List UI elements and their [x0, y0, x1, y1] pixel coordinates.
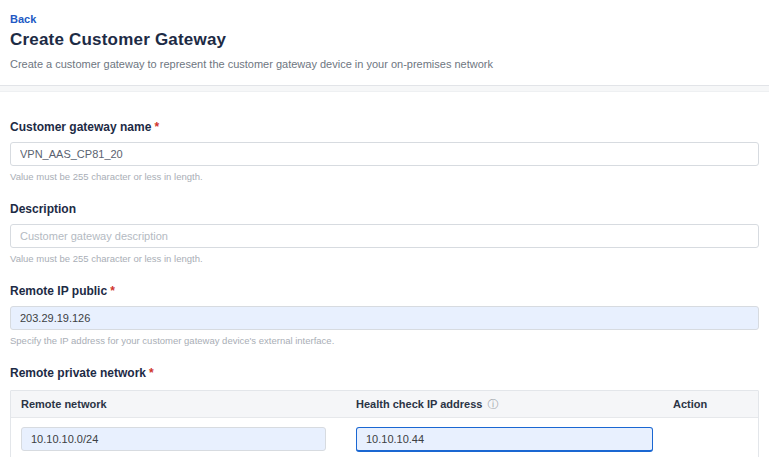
remote-ip-public-input[interactable] — [10, 306, 759, 330]
required-asterisk: * — [110, 284, 115, 298]
customer-gateway-name-label: Customer gateway name — [10, 120, 151, 134]
remote-ip-public-label: Remote IP public — [10, 284, 107, 298]
page-title: Create Customer Gateway — [10, 30, 759, 50]
back-link[interactable]: Back — [10, 13, 36, 25]
create-gateway-form: Customer gateway name* Value must be 255… — [0, 120, 769, 457]
description-label: Description — [10, 202, 76, 216]
field-label: Remote private network* — [10, 366, 759, 380]
page-header: Back Create Customer Gateway Create a cu… — [0, 0, 769, 85]
column-header-remote-network: Remote network — [21, 398, 356, 410]
field-remote-ip-public: Remote IP public* Specify the IP address… — [10, 284, 759, 346]
field-label: Description — [10, 202, 759, 216]
section-divider — [0, 85, 769, 92]
description-helper: Value must be 255 character or less in l… — [10, 253, 759, 264]
field-label: Remote IP public* — [10, 284, 759, 298]
remote-network-input[interactable] — [21, 427, 326, 451]
info-icon[interactable]: ⓘ — [487, 399, 498, 410]
description-input[interactable] — [10, 224, 759, 248]
remote-private-network-label: Remote private network — [10, 366, 146, 380]
column-header-health-check: Health check IP address ⓘ — [356, 398, 673, 410]
page-subtitle: Create a customer gateway to represent t… — [10, 58, 759, 85]
column-header-health-check-label: Health check IP address — [356, 398, 482, 410]
field-description: Description Value must be 255 character … — [10, 202, 759, 264]
field-remote-private-network: Remote private network* Remote network H… — [10, 366, 759, 457]
field-customer-gateway-name: Customer gateway name* Value must be 255… — [10, 120, 759, 182]
customer-gateway-name-helper: Value must be 255 character or less in l… — [10, 171, 759, 182]
field-label: Customer gateway name* — [10, 120, 759, 134]
column-header-action: Action — [673, 398, 758, 410]
customer-gateway-name-input[interactable] — [10, 142, 759, 166]
remote-private-network-table: Remote network Health check IP address ⓘ… — [10, 390, 759, 457]
required-asterisk: * — [149, 366, 154, 380]
table-row — [11, 418, 758, 457]
remote-ip-public-helper: Specify the IP address for your customer… — [10, 335, 759, 346]
health-check-ip-input[interactable] — [356, 427, 653, 452]
required-asterisk: * — [154, 120, 159, 134]
table-header-row: Remote network Health check IP address ⓘ… — [11, 391, 758, 418]
